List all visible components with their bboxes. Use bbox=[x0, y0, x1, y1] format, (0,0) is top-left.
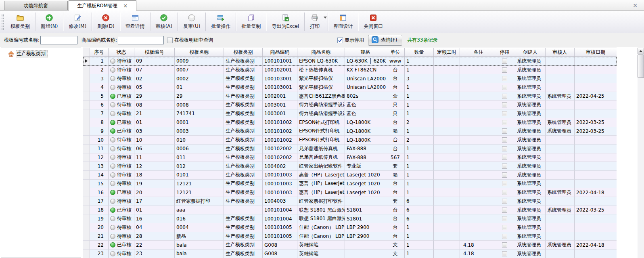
table-row[interactable]: 6 待审核 08 0008 生产模板类别 1003001 得力经典防滑握手设计 … bbox=[83, 101, 617, 109]
cell-status: 已审核 bbox=[109, 188, 134, 197]
goods-search-input[interactable] bbox=[118, 36, 164, 44]
vertical-scrollbar[interactable] bbox=[638, 48, 644, 258]
stop-checkbox[interactable] bbox=[502, 146, 507, 151]
search-in-detail-checkbox[interactable] bbox=[167, 38, 173, 43]
stop-checkbox[interactable] bbox=[502, 199, 507, 204]
stop-checkbox[interactable] bbox=[502, 155, 507, 160]
cell-audit-date bbox=[575, 57, 617, 66]
batch-operation-button[interactable]: 批量操作 bbox=[206, 12, 236, 32]
tab-close-icon[interactable]: × bbox=[123, 3, 128, 8]
header-remark[interactable]: 备注 bbox=[460, 48, 494, 57]
stop-checkbox[interactable] bbox=[502, 102, 507, 107]
stop-checkbox[interactable] bbox=[502, 225, 507, 230]
template-search-input[interactable] bbox=[40, 36, 77, 44]
table-row[interactable]: 10 待审核 10 010 生产模板类别 100101002 EPSON针式打印… bbox=[83, 136, 617, 145]
cell-seq: 23 bbox=[90, 250, 109, 258]
header-goods-code[interactable]: 商品编码 bbox=[263, 48, 297, 57]
stop-checkbox[interactable] bbox=[502, 120, 507, 125]
table-row[interactable]: 3 待审核 02 0002 生产模板类别 100103001 紫光平板扫描仪 U… bbox=[83, 74, 617, 83]
stop-checkbox[interactable] bbox=[502, 234, 507, 239]
table-row[interactable]: 21 待审核 28 新品 生产模板类别 100101005 佳能（Canon） … bbox=[83, 232, 617, 241]
approve-button[interactable]: 审核(A) bbox=[151, 12, 178, 32]
view-details-button[interactable]: 查看详情 bbox=[120, 12, 150, 32]
header-auditor[interactable]: 审核人 bbox=[546, 48, 575, 57]
unapprove-button[interactable]: 反审(U) bbox=[178, 12, 205, 32]
table-row[interactable]: 4 待审核 05 01 生产模板类别 100103001 紫光平板扫描仪 Uni… bbox=[83, 83, 617, 92]
close-all-tabs-icon[interactable]: × bbox=[633, 2, 638, 8]
tab-bom-management[interactable]: 生产模板BOM管理 × bbox=[69, 0, 136, 10]
table-row[interactable]: 22 已审核 22 bala 生产模板类别 G008 英雄钢笔 支 1 4.18 bbox=[83, 241, 617, 250]
template-category-button[interactable]: 模板类别 bbox=[5, 12, 35, 32]
stop-checkbox[interactable] bbox=[502, 94, 507, 99]
table-row[interactable]: 23 待审核 23 bala 生产模板类别 G008 英雄钢笔 支 1 4.18 bbox=[83, 250, 617, 258]
header-status[interactable]: 状态 bbox=[109, 48, 134, 57]
table-row[interactable]: 11 待审核 06 0006 生产模板类别 100102002 兄弟普通纸传真机… bbox=[83, 145, 617, 153]
tab-function-nav[interactable]: 功能导航窗 bbox=[4, 1, 68, 10]
edit-button[interactable]: 修改(M) bbox=[63, 12, 92, 32]
show-disabled-checkbox[interactable] bbox=[337, 38, 343, 43]
stop-checkbox[interactable] bbox=[502, 242, 507, 248]
table-row[interactable]: 16 已审核 20 12121 生产模板类别 100101003 惠普（HP）L… bbox=[83, 188, 617, 197]
tree-root-item[interactable]: 生产模板类别 bbox=[1, 50, 81, 58]
header-creator[interactable]: 创建人 bbox=[515, 48, 546, 57]
add-button[interactable]: 新增(N) bbox=[36, 12, 63, 32]
cell-unit: 台 bbox=[386, 83, 405, 92]
table-row[interactable]: 19 待审核 16 016 生产模板类别 100101004 联想 S1801 … bbox=[83, 214, 617, 223]
table-row[interactable]: 1 待审核 09 0009 生产模板类别 100101001 EPSON LQ-… bbox=[83, 57, 617, 66]
stop-checkbox[interactable] bbox=[502, 181, 507, 186]
header-seq[interactable]: 序号 bbox=[90, 48, 109, 57]
ui-design-button[interactable]: 界面设计 bbox=[328, 12, 358, 32]
table-row[interactable]: 15 待审核 19 12121 生产模板类别 100101003 惠普（HP）L… bbox=[83, 180, 617, 189]
header-tpl-cat[interactable]: 模板类别 bbox=[224, 48, 263, 57]
stop-checkbox[interactable] bbox=[502, 216, 507, 221]
scrollbar-thumb[interactable] bbox=[638, 55, 644, 78]
stop-checkbox[interactable] bbox=[502, 128, 507, 134]
print-button[interactable]: 打印 bbox=[305, 12, 328, 32]
table-row[interactable]: 8 已审核 01 0001 生产模板类别 100101002 EPSON针式打印… bbox=[83, 118, 617, 127]
header-tpl-no[interactable]: 模板编号 bbox=[134, 48, 175, 57]
scroll-up-button[interactable] bbox=[638, 48, 644, 54]
table-row[interactable]: 2 待审核 07 0007 生产模板类别 100102001 松下热敏传真机 K… bbox=[83, 66, 617, 75]
stop-checkbox[interactable] bbox=[502, 208, 507, 213]
stop-checkbox[interactable] bbox=[502, 76, 507, 81]
cell-creator: 系统管理员 bbox=[515, 83, 546, 92]
table-row[interactable]: 12 待审核 11 011 生产模板类别 100102002 兄弟普通纸传真机 … bbox=[83, 153, 617, 162]
table-row[interactable]: 17 待审核 17 红管家票据打印 生产模板类别 1004003 红管家票据打印… bbox=[83, 197, 617, 206]
batch-copy-button[interactable]: 批量复制 bbox=[236, 12, 266, 32]
stop-checkbox[interactable] bbox=[502, 59, 507, 64]
export-excel-button[interactable]: 导出为Excel bbox=[266, 12, 304, 32]
stop-checkbox[interactable] bbox=[502, 251, 507, 256]
table-row[interactable]: 7 待审核 21 741741 生产模板类别 1003001 得力经典防滑握手设… bbox=[83, 109, 617, 118]
table-row[interactable]: 20 待审核 04 0004 生产模板类别 100101005 佳能（Canon… bbox=[83, 223, 617, 232]
toolbar-grip[interactable] bbox=[2, 14, 4, 30]
table-row[interactable]: 18 已审核 01 aaa 100101004 联想 S1801 黑白激光 S1… bbox=[83, 206, 617, 215]
print-dropdown-arrow-icon[interactable] bbox=[324, 17, 327, 19]
table-row[interactable]: 9 已审核 03 0003 生产模板类别 100101002 EPSON针式打印… bbox=[83, 127, 617, 136]
stop-checkbox[interactable] bbox=[502, 190, 507, 195]
cell-goods-name: EPSON针式打印机 bbox=[297, 136, 345, 145]
stop-checkbox[interactable] bbox=[502, 164, 507, 169]
close-window-button[interactable]: 关闭窗口 bbox=[358, 12, 388, 32]
table-row[interactable]: 5 已审核 29 29 生产模板类别 1002001 惠普CH561ZZ黑色墨盒… bbox=[83, 92, 617, 101]
cell-tpl-cat: 生产模板类别 bbox=[224, 101, 263, 109]
cell-goods-code: G008 bbox=[263, 250, 297, 258]
header-stop[interactable]: 停用 bbox=[494, 48, 515, 57]
header-spec[interactable]: 规格 bbox=[345, 48, 386, 57]
header-unit[interactable]: 单位 bbox=[386, 48, 405, 57]
stop-checkbox[interactable] bbox=[502, 67, 507, 73]
stop-checkbox[interactable] bbox=[502, 111, 507, 116]
header-qty[interactable]: 数量 bbox=[405, 48, 434, 57]
header-tpl-name[interactable]: 模板名称 bbox=[175, 48, 224, 57]
delete-button[interactable]: 删除(D) bbox=[92, 12, 120, 32]
stop-checkbox[interactable] bbox=[502, 85, 507, 90]
table-row[interactable]: 14 待审核 18 0101 生产模板类别 100101003 惠普（HP）La… bbox=[83, 171, 617, 180]
stop-checkbox[interactable] bbox=[502, 137, 507, 143]
home-icon bbox=[8, 50, 15, 57]
header-hours[interactable]: 定额工时 bbox=[434, 48, 460, 57]
cell-auditor bbox=[546, 101, 575, 109]
header-audit-date[interactable]: 审核日期 bbox=[575, 48, 617, 57]
table-row[interactable]: 13 待审核 12 012 生产模板类别 1004002 红管家出纳记账软件 专… bbox=[83, 162, 617, 171]
stop-checkbox[interactable] bbox=[502, 172, 507, 178]
header-goods-name[interactable]: 商品名称 bbox=[297, 48, 345, 57]
query-button[interactable]: 查询(F) bbox=[368, 35, 402, 46]
